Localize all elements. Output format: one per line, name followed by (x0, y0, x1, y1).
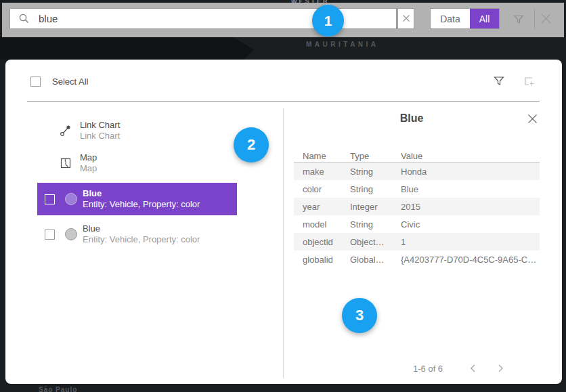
select-all-checkbox[interactable] (30, 77, 41, 87)
toggle-all-option[interactable]: All (470, 9, 499, 28)
column-name: Name (303, 151, 326, 161)
cell-value: {A4203777-D70D-4C5C-9A65-C… (401, 255, 536, 265)
column-value: Value (401, 151, 422, 161)
result-title: Map (80, 152, 97, 163)
pagination: 1-6 of 6 (398, 362, 540, 375)
table-row[interactable]: year Integer 2015 (294, 198, 540, 215)
pagination-next-icon[interactable] (496, 364, 505, 373)
cell-value: Blue (401, 184, 418, 194)
pagination-prev-icon[interactable] (469, 364, 478, 373)
link-chart-icon (60, 125, 72, 137)
callout-badge-2: 2 (234, 127, 269, 162)
map-landmass (0, 37, 254, 60)
panel-divider-horizontal (27, 101, 540, 102)
result-title: Link Chart (80, 120, 120, 131)
result-checkbox[interactable] (45, 230, 55, 240)
result-subtitle: Link Chart (80, 131, 120, 141)
select-all-label: Select All (52, 77, 88, 87)
properties-table: Name Type Value make String Honda color … (294, 148, 540, 268)
cell-type: Global… (350, 255, 385, 265)
cell-value: 2015 (401, 202, 420, 212)
filter-icon[interactable] (513, 13, 525, 28)
toggle-data-option[interactable]: Data (431, 9, 470, 28)
map-label-mauritania: MAURITANIA (306, 41, 379, 48)
entity-circle-icon (65, 193, 77, 205)
detail-title: Blue (283, 112, 540, 125)
cell-value: Honda (401, 167, 427, 177)
callout-badge-3: 3 (342, 298, 377, 333)
search-query-text: blue (39, 13, 58, 24)
search-toolbar: blue Data All (2, 3, 564, 37)
cell-type: String (350, 167, 373, 177)
search-results-panel: Select All Link Chart Link Chart Map (5, 60, 562, 384)
result-title: Blue (83, 223, 200, 234)
detail-close-icon[interactable] (527, 113, 538, 127)
result-subtitle: Entity: Vehicle, Property: color (83, 234, 200, 245)
cell-name: make (303, 167, 324, 177)
clear-x-icon (402, 13, 410, 25)
result-item-map[interactable]: Map Map (37, 152, 237, 175)
add-to-selection-icon[interactable] (523, 74, 536, 90)
cell-name: objectid (303, 237, 333, 247)
result-checkbox[interactable] (45, 194, 55, 204)
cell-type: Object… (350, 237, 385, 247)
results-filter-icon[interactable] (493, 74, 505, 89)
table-row[interactable]: objectid Object… 1 (294, 233, 540, 251)
table-row[interactable]: globalid Global… {A4203777-D70D-4C5C-9A6… (294, 251, 540, 268)
pagination-label: 1-6 of 6 (413, 364, 443, 374)
table-row[interactable]: make String Honda (294, 162, 540, 180)
cell-name: year (303, 202, 320, 212)
callout-badge-1: 1 (312, 5, 344, 37)
cell-value: 1 (401, 237, 406, 247)
result-subtitle: Map (80, 163, 97, 174)
panel-divider-vertical (283, 108, 284, 378)
table-header: Name Type Value (294, 148, 540, 162)
table-row[interactable]: color String Blue (294, 180, 540, 198)
map-label-sao-paulo: São Paulo (39, 386, 77, 392)
cell-name: globalid (303, 255, 333, 265)
cell-type: Integer (350, 202, 377, 212)
result-item-blue-selected[interactable]: Blue Entity: Vehicle, Property: color (37, 183, 237, 215)
search-clear-button[interactable] (397, 8, 414, 29)
table-row[interactable]: model String Civic (294, 215, 540, 233)
result-subtitle: Entity: Vehicle, Property: color (83, 199, 200, 210)
cell-name: color (303, 184, 322, 194)
search-icon (18, 13, 30, 24)
close-search-icon[interactable] (539, 12, 553, 28)
result-title: Blue (83, 188, 200, 199)
cell-type: String (350, 184, 373, 194)
map-icon (60, 157, 72, 169)
toolbar-divider (534, 9, 535, 28)
entity-circle-icon (65, 228, 77, 240)
result-item-blue[interactable]: Blue Entity: Vehicle, Property: color (37, 218, 237, 251)
result-item-link-chart[interactable]: Link Chart Link Chart (37, 119, 237, 142)
cell-type: String (350, 219, 373, 230)
select-all-row: Select All (30, 77, 88, 87)
cell-value: Civic (401, 219, 420, 230)
app-window: WESTER MAURITANIA São Paulo blue Data Al… (0, 0, 566, 392)
data-all-toggle: Data All (430, 8, 500, 29)
cell-name: model (303, 219, 326, 230)
column-type: Type (350, 151, 369, 161)
